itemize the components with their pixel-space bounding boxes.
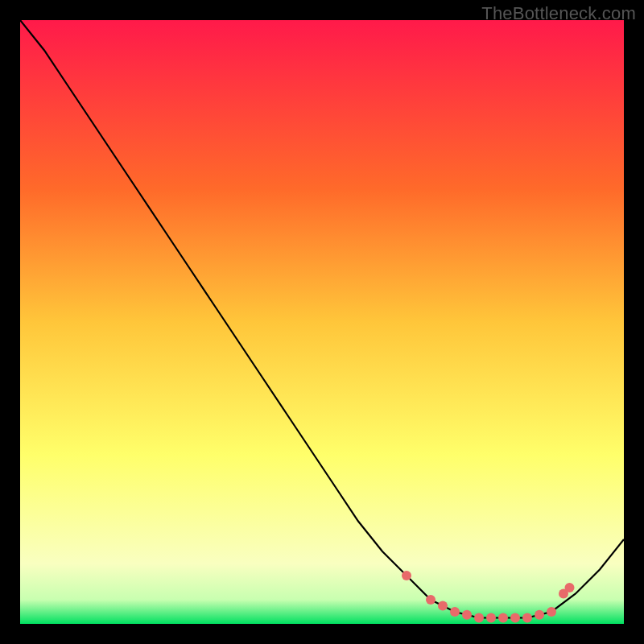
data-marker <box>498 613 508 623</box>
data-marker <box>402 571 411 580</box>
chart-svg <box>20 20 624 624</box>
gradient-background <box>20 20 624 624</box>
data-marker <box>522 613 532 623</box>
data-marker <box>535 610 544 620</box>
watermark-text: TheBottleneck.com <box>481 3 636 24</box>
chart-frame: TheBottleneck.com <box>0 0 644 644</box>
plot-area <box>20 20 624 624</box>
data-marker <box>426 595 436 605</box>
data-marker <box>462 610 472 620</box>
data-marker <box>486 613 496 623</box>
data-marker <box>450 607 460 617</box>
data-marker <box>547 607 556 617</box>
data-marker <box>474 613 484 623</box>
data-marker <box>565 583 575 592</box>
data-marker <box>438 601 448 611</box>
data-marker <box>510 613 520 623</box>
